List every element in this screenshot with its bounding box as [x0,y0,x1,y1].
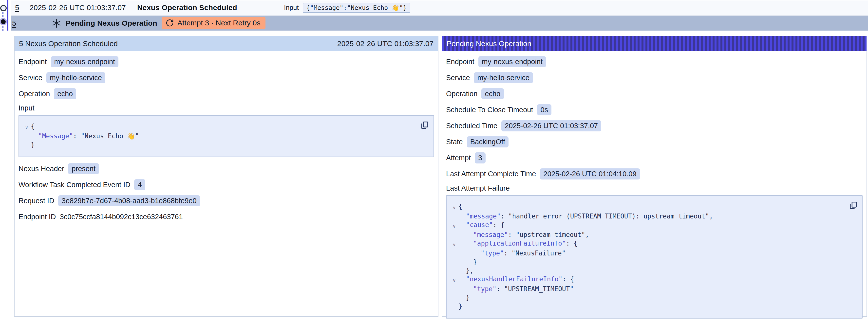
json-text: : [501,213,508,220]
json-text: { [31,123,35,130]
json-key: "message" [466,213,501,220]
field-row-nexus-header: Nexus Header present [19,163,434,174]
field-value-badge: 4 [134,179,145,190]
field-label: Endpoint [446,58,474,66]
collapse-chevron-icon[interactable]: ∨ [450,221,458,230]
copy-icon[interactable] [848,200,858,211]
code-line: "type": "NexusFailure" [450,249,845,258]
pending-operation-header: Pending Nexus Operation [442,36,867,51]
field-label: State [446,138,463,146]
code-line: } [23,140,416,149]
field-label: Scheduled Time [446,122,497,130]
json-text: : { [562,276,574,283]
pending-event-name: Pending Nexus Operation [66,19,157,27]
field-row-wft-completed-event-id: Workflow Task Completed Event ID 4 [19,179,434,190]
json-key: "type" [473,285,496,293]
json-text: "handler error (UPSTREAM_TIMEOUT): upstr… [508,213,713,220]
pending-spinner-icon [51,18,62,28]
field-label: Operation [446,90,477,98]
code-gutter [23,140,31,149]
json-key: "cause" [466,221,493,229]
field-value-badge: echo [54,88,76,99]
code-line: "message": "handler error (UPSTREAM_TIME… [450,212,845,221]
retry-icon [165,19,174,27]
pending-operation-panel: Pending Nexus Operation Endpoint my-nexu… [442,36,867,317]
json-text: }, [466,267,473,274]
code-gutter [450,293,458,302]
code-gutter [450,258,458,266]
collapse-chevron-icon[interactable]: ∨ [450,202,458,212]
json-text: : [73,132,81,140]
selected-event-accent-bar [7,0,8,31]
code-line: "type": "UPSTREAM_TIMEOUT" [450,285,845,293]
field-value-badge: 3 [475,152,486,163]
field-value-badge: my-hello-service [46,72,105,83]
failure-json-viewer: ∨{"message": "handler error (UPSTREAM_TI… [446,195,863,319]
code-gutter [450,249,458,258]
retry-attempt-badge: Attempt 3 · Next Retry 0s [162,17,266,29]
field-row-request-id: Request ID 3e829b7e-7d67-4b08-aad3-b1e86… [19,195,434,206]
collapse-chevron-icon[interactable]: ∨ [450,275,458,285]
field-value-badge: my-hello-service [474,72,533,83]
event-detail-timestamp: 2025-02-26 UTC 01:03:37.07 [337,39,434,48]
event-detail-panel: 5 Nexus Operation Scheduled 2025-02-26 U… [14,36,438,317]
code-line: }, [450,266,845,275]
field-value-badge: 2025-02-26 UTC 01:03:37.07 [501,120,601,131]
field-row-last-attempt-complete-time: Last Attempt Complete Time 2025-02-26 UT… [446,168,863,180]
code-line: } [450,258,845,266]
json-text: : [504,250,512,257]
retry-badge-text: Attempt 3 · Next Retry 0s [177,19,260,27]
field-value-badge: my-nexus-endpoint [478,56,546,67]
code-line: "message": "upstream timeout", [450,230,845,239]
json-text: : { [493,221,504,229]
event-name: Nexus Operation Scheduled [137,3,237,12]
failure-section-label: Last Attempt Failure [446,184,863,192]
json-key: "applicationFailureInfo" [473,240,566,247]
json-text: "upstream timeout", [516,231,589,238]
pending-event-id-link[interactable]: 5 [12,19,16,27]
input-json-viewer: ∨{"Message": "Nexus Echo 👋"} [19,115,434,157]
field-value-badge: present [68,163,99,174]
code-gutter [450,266,458,275]
endpoint-id-link[interactable]: 3c0c75ccfa8144b092c13ce632463761 [60,213,183,221]
code-line: ∨"applicationFailureInfo": { [450,239,845,249]
json-text: : [496,285,504,293]
code-gutter [450,230,458,239]
input-section-label: Input [19,104,434,112]
field-label: Workflow Task Completed Event ID [19,181,130,189]
collapse-chevron-icon[interactable]: ∨ [23,122,31,132]
json-text: } [458,302,462,310]
field-row-service: Service my-hello-service [446,72,863,83]
field-value-badge: echo [482,88,504,99]
json-text: "NexusFailure" [512,250,565,257]
field-label: Request ID [19,197,54,205]
field-row-service: Service my-hello-service [19,72,434,83]
code-line: "Message": "Nexus Echo 👋" [23,132,416,140]
event-detail-header: 5 Nexus Operation Scheduled 2025-02-26 U… [14,36,438,51]
field-row-scheduled-time: Scheduled Time 2025-02-26 UTC 01:03:37.0… [446,120,863,131]
code-line: ∨"cause": { [450,221,845,230]
collapse-chevron-icon[interactable]: ∨ [450,239,458,249]
copy-icon[interactable] [420,120,430,131]
json-text: } [466,294,470,301]
field-label: Attempt [446,154,471,162]
code-gutter [450,302,458,311]
json-key: "type" [480,250,504,257]
field-label: Nexus Header [19,165,64,173]
event-row-pending-selected[interactable]: 5 Pending Nexus Operation Attempt 3 · Ne… [11,15,868,31]
field-row-endpoint: Endpoint my-nexus-endpoint [446,56,863,67]
event-timeline [0,0,11,33]
code-gutter [450,212,458,221]
timeline-node-filled-icon[interactable] [1,19,6,24]
json-key: "message" [473,231,508,238]
event-row-scheduled[interactable]: 5 2025-02-26 UTC 01:03:37.07 Nexus Opera… [11,0,868,15]
code-line: ∨"nexusHandlerFailureInfo": { [450,275,845,285]
field-label: Endpoint [19,58,47,66]
event-detail-title: 5 Nexus Operation Scheduled [19,39,118,48]
timeline-node-open-icon[interactable] [0,5,7,11]
field-label: Schedule To Close Timeout [446,106,533,114]
code-gutter [23,132,31,140]
event-id-link[interactable]: 5 [15,3,19,12]
code-line: ∨{ [23,122,416,132]
field-label: Last Attempt Complete Time [446,170,536,178]
